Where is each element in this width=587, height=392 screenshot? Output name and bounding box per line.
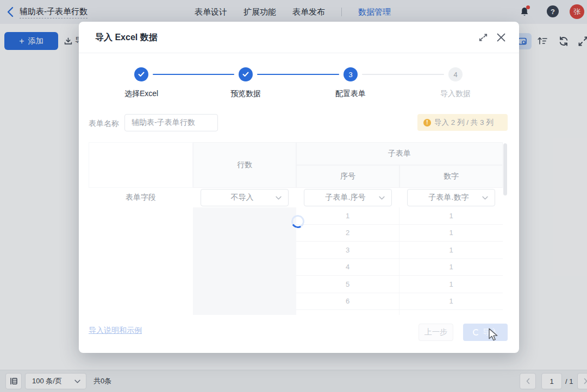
cell-seq: 4 bbox=[296, 259, 399, 276]
header-seq-cell: 序号 bbox=[296, 165, 399, 188]
mapping-dropdown-rows[interactable]: 不导入 bbox=[201, 189, 289, 206]
chevron-down-icon bbox=[379, 196, 385, 200]
mapping-dropdown-number[interactable]: 子表单.数字 bbox=[407, 189, 495, 206]
mouse-cursor bbox=[488, 328, 499, 343]
previous-step-button[interactable]: 上一步 bbox=[419, 324, 453, 341]
dialog-title: 导入 Excel 数据 bbox=[95, 32, 158, 43]
step-connector bbox=[362, 74, 444, 75]
import-count-badge: ! 导入 2 列 / 共 3 列 bbox=[417, 114, 508, 131]
table-row bbox=[296, 310, 503, 315]
cell-number: 1 bbox=[399, 225, 503, 242]
import-button[interactable]: 导入 bbox=[463, 324, 508, 341]
table-row: 1 1 bbox=[296, 207, 503, 225]
cell-seq: 3 bbox=[296, 242, 399, 258]
step-1-label: 选择Excel bbox=[124, 89, 158, 99]
scrollbar-thumb[interactable] bbox=[503, 143, 507, 195]
field-row-label-cell: 表单字段 bbox=[89, 188, 193, 207]
form-name-label: 表单名称 bbox=[89, 119, 119, 129]
cell-seq bbox=[296, 310, 399, 315]
table-row: 6 1 bbox=[296, 293, 503, 311]
step-3-label: 配置表单 bbox=[335, 89, 366, 99]
field-row-label: 表单字段 bbox=[126, 193, 156, 203]
chevron-down-icon bbox=[482, 196, 488, 200]
dropdown-value: 不导入 bbox=[209, 193, 276, 203]
dropdown-value: 子表单.序号 bbox=[312, 193, 379, 203]
chevron-down-icon bbox=[276, 196, 282, 200]
cell-number: 1 bbox=[399, 207, 503, 224]
table-row: 3 1 bbox=[296, 242, 503, 259]
excluded-column-block bbox=[193, 207, 296, 315]
dropdown-value: 子表单.数字 bbox=[415, 193, 482, 203]
cell-number: 1 bbox=[399, 276, 503, 293]
cell-number: 1 bbox=[399, 259, 503, 276]
header-rows-cell: 行数 bbox=[193, 142, 296, 188]
header-subform-group: 子表单 bbox=[296, 142, 503, 165]
step-4-label: 导入数据 bbox=[440, 89, 471, 99]
step-3-circle: 3 bbox=[344, 67, 358, 81]
check-icon bbox=[242, 72, 249, 77]
expand-icon[interactable] bbox=[479, 33, 488, 42]
warning-icon: ! bbox=[423, 119, 431, 127]
import-count-text: 导入 2 列 / 共 3 列 bbox=[434, 118, 494, 128]
table-row: 4 1 bbox=[296, 259, 503, 276]
table-row: 2 1 bbox=[296, 225, 503, 242]
table-row: 5 1 bbox=[296, 276, 503, 293]
close-icon[interactable] bbox=[496, 33, 506, 42]
cell-number: 1 bbox=[399, 242, 503, 258]
dialog-header: 导入 Excel 数据 bbox=[79, 22, 519, 53]
step-1-circle bbox=[134, 67, 148, 81]
check-icon bbox=[138, 72, 145, 77]
header-empty-cell bbox=[89, 142, 193, 188]
button-loading-spinner bbox=[473, 329, 479, 336]
header-number-cell: 数字 bbox=[399, 165, 503, 188]
cell-seq: 1 bbox=[296, 207, 399, 224]
step-4-circle: 4 bbox=[448, 67, 463, 81]
mapping-table: 行数 子表单 序号 数字 表单字段 不导入 子表单.序号 子表单.数字 1 1 … bbox=[89, 142, 508, 315]
cell-seq: 2 bbox=[296, 225, 399, 242]
cell-seq: 5 bbox=[296, 276, 399, 293]
cell-seq: 6 bbox=[296, 293, 399, 310]
step-connector bbox=[153, 74, 234, 75]
data-rows: 1 1 2 1 3 1 4 1 5 1 6 1 bbox=[296, 207, 503, 315]
form-name-input[interactable] bbox=[124, 114, 218, 131]
cell-number: 1 bbox=[399, 293, 503, 310]
step-2-circle bbox=[239, 67, 253, 81]
import-excel-dialog: 导入 Excel 数据 3 4 选择Excel 预览数据 配置表单 导入数据 表… bbox=[79, 22, 519, 353]
cell-number bbox=[399, 310, 503, 315]
step-2-label: 预览数据 bbox=[230, 89, 261, 99]
import-help-link[interactable]: 导入说明和示例 bbox=[89, 326, 142, 336]
mapping-dropdown-seq[interactable]: 子表单.序号 bbox=[304, 189, 392, 206]
step-connector bbox=[257, 74, 339, 75]
